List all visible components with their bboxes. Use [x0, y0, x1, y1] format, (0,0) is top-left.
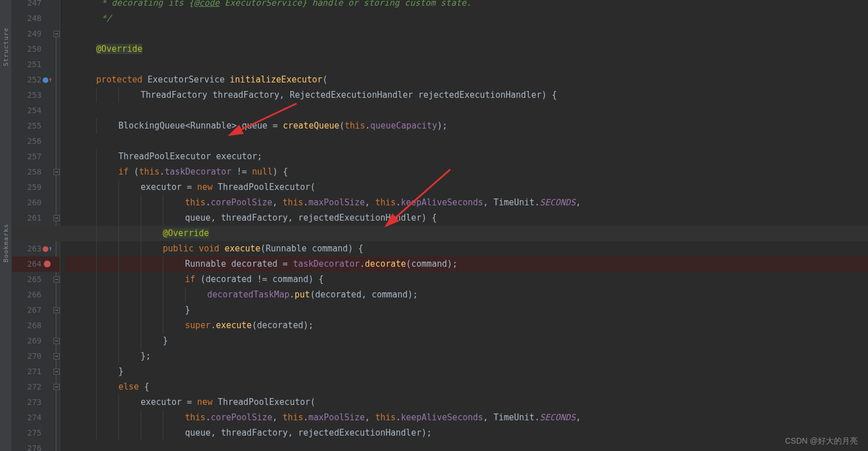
- code-line[interactable]: else {: [65, 379, 868, 395]
- line-number[interactable]: 252: [12, 72, 42, 88]
- code-line[interactable]: if (decorated != command) {: [65, 272, 868, 287]
- code-line[interactable]: queue, threadFactory, rejectedExecutionH…: [65, 210, 868, 226]
- code-line[interactable]: }: [65, 303, 868, 318]
- code-area[interactable]: * decorating its {@code ExecutorService}…: [65, 0, 868, 451]
- code-line[interactable]: ThreadPoolExecutor executor;: [65, 149, 868, 164]
- line-number[interactable]: 250: [12, 42, 42, 57]
- line-number[interactable]: 249: [12, 26, 42, 42]
- code-line[interactable]: */: [65, 11, 868, 26]
- fold-handle-icon[interactable]: [53, 349, 60, 364]
- line-number[interactable]: 268: [12, 318, 42, 333]
- code-line[interactable]: executor = new ThreadPoolExecutor(: [65, 180, 868, 195]
- line-number[interactable]: 261: [12, 210, 42, 226]
- code-line[interactable]: [65, 57, 868, 72]
- line-number[interactable]: 259: [12, 180, 42, 195]
- line-number[interactable]: 258: [12, 164, 42, 180]
- fold-handle-icon[interactable]: [53, 164, 60, 180]
- line-number[interactable]: 254: [12, 103, 42, 118]
- tool-tab-bookmarks[interactable]: Bookmarks: [1, 219, 11, 267]
- watermark-text: CSDN @好大的月亮: [785, 436, 858, 446]
- editor-main[interactable]: 247248249250251252↑253254255256257258259…: [12, 0, 868, 451]
- code-line[interactable]: ThreadFactory threadFactory, RejectedExe…: [65, 88, 868, 103]
- fold-handle-icon[interactable]: [53, 210, 60, 226]
- fold-handle-icon[interactable]: [53, 379, 60, 395]
- line-number[interactable]: 273: [12, 395, 42, 410]
- code-line[interactable]: }: [65, 364, 868, 379]
- code-line[interactable]: this.corePoolSize, this.maxPoolSize, thi…: [65, 410, 868, 425]
- code-line[interactable]: [65, 441, 868, 451]
- code-line[interactable]: @Override: [65, 42, 868, 57]
- line-number[interactable]: 274: [12, 410, 42, 425]
- line-number[interactable]: 276: [12, 441, 42, 451]
- code-line[interactable]: }: [65, 333, 868, 349]
- fold-handle-icon[interactable]: [53, 303, 60, 318]
- tool-tab-structure[interactable]: Structure: [1, 23, 11, 71]
- code-line[interactable]: queue, threadFactory, rejectedExecutionH…: [65, 425, 868, 441]
- line-number[interactable]: 253: [12, 88, 42, 103]
- breakpoint-icon[interactable]: [44, 260, 51, 267]
- override-icon[interactable]: ↑: [43, 72, 52, 88]
- code-line[interactable]: this.corePoolSize, this.maxPoolSize, thi…: [65, 195, 868, 210]
- line-number[interactable]: 267: [12, 303, 42, 318]
- fold-handle-icon[interactable]: [53, 333, 60, 349]
- code-line[interactable]: BlockingQueue<Runnable> queue = createQu…: [65, 118, 868, 134]
- left-tool-strip: Structure Bookmarks: [0, 0, 12, 451]
- line-number[interactable]: 270: [12, 349, 42, 364]
- code-line[interactable]: @Override: [65, 226, 868, 241]
- line-number[interactable]: 269: [12, 333, 42, 349]
- line-number[interactable]: 257: [12, 149, 42, 164]
- line-number[interactable]: 248: [12, 11, 42, 26]
- line-number[interactable]: 271: [12, 364, 42, 379]
- code-line[interactable]: [65, 26, 868, 42]
- code-line[interactable]: public void execute(Runnable command) {: [65, 241, 868, 256]
- code-line[interactable]: Runnable decorated = taskDecorator.decor…: [65, 256, 868, 272]
- override-icon[interactable]: ↑: [43, 241, 52, 256]
- editor-root: Structure Bookmarks 247248249250251252↑2…: [0, 0, 868, 451]
- line-number[interactable]: 251: [12, 57, 42, 72]
- line-number[interactable]: 265: [12, 272, 42, 287]
- code-line[interactable]: if (this.taskDecorator != null) {: [65, 164, 868, 180]
- line-number[interactable]: 255: [12, 118, 42, 134]
- fold-handle-icon[interactable]: [53, 26, 60, 42]
- fold-handle-icon[interactable]: [53, 272, 60, 287]
- line-number[interactable]: 275: [12, 425, 42, 441]
- code-line[interactable]: [65, 134, 868, 149]
- code-line[interactable]: [65, 103, 868, 118]
- line-number[interactable]: 263: [12, 241, 42, 256]
- line-number[interactable]: 260: [12, 195, 42, 210]
- line-number[interactable]: 272: [12, 379, 42, 395]
- code-line[interactable]: super.execute(decorated);: [65, 318, 868, 333]
- line-number[interactable]: 264: [12, 256, 42, 272]
- code-line[interactable]: };: [65, 349, 868, 364]
- code-line[interactable]: * decorating its {@code ExecutorService}…: [65, 0, 868, 11]
- line-number[interactable]: 266: [12, 287, 42, 303]
- line-number[interactable]: 247: [12, 0, 42, 11]
- fold-handle-icon[interactable]: [53, 364, 60, 379]
- line-number[interactable]: 256: [12, 134, 42, 149]
- code-line[interactable]: protected ExecutorService initializeExec…: [65, 72, 868, 88]
- code-line[interactable]: executor = new ThreadPoolExecutor(: [65, 395, 868, 410]
- code-line[interactable]: decoratedTaskMap.put(decorated, command)…: [65, 287, 868, 303]
